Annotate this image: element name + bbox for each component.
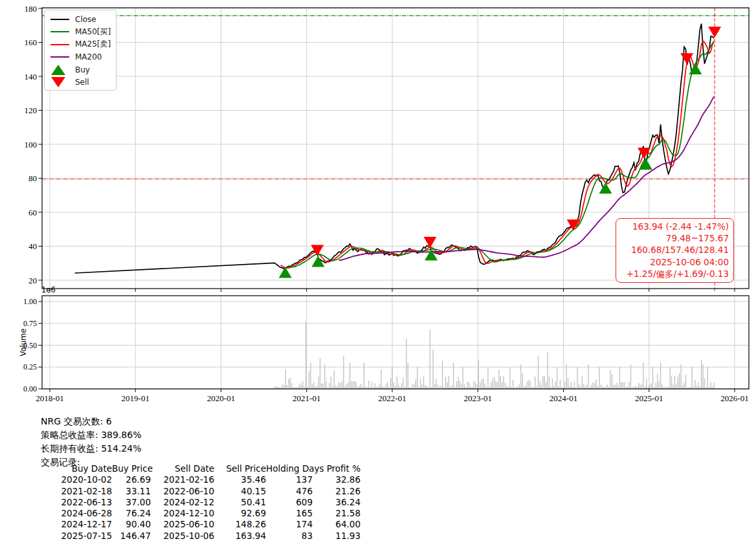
legend-item-label: MA200 [75,52,102,61]
svg-text:2023-01: 2023-01 [464,393,492,403]
table-cell: 148.26 [214,519,266,530]
table-cell: 2022-06-13 [43,497,112,508]
table-cell: 37.00 [112,497,151,508]
svg-text:140: 140 [25,72,38,82]
table-cell: 21.58 [313,508,361,519]
svg-text:120: 120 [25,105,38,115]
svg-text:2025-01: 2025-01 [635,393,663,403]
table-cell: 2021-02-16 [151,474,214,485]
table-header-row: Buy DateBuy PriceSell DateSell PriceHold… [43,463,361,474]
table-cell: 165 [266,508,313,519]
legend-line-swatch [50,44,70,45]
stat-hold-return: 长期持有收益: 514.24% [41,442,141,456]
table-row: 2022-06-1337.002024-02-1250.4160936.24 [43,497,361,508]
annotation-price-range: 79.48~175.67 [621,232,729,244]
chart-legend: CloseMA50[买]MA25[卖]MA200BuySell [44,10,117,91]
annotation-last-price: 163.94 (-2.44 -1.47%) [621,221,729,232]
gridlines [42,8,749,389]
table-row: 2024-06-2876.242024-12-1092.6916521.58 [43,508,361,519]
annotation-ma-values: 160.68/157.46/128.41 [621,244,729,256]
legend-item-3: MA25[卖] [50,38,113,51]
svg-text:100: 100 [25,140,38,149]
table-cell: 33.11 [112,486,151,497]
legend-item-2: MA50[买] [50,26,113,39]
volume-offset-label: 1e6 [41,285,56,294]
sell-triangle-icon [50,76,70,88]
table-cell: 2025-07-15 [43,531,112,542]
table-cell: 2024-12-17 [43,519,112,530]
table-cell: 2025-06-10 [151,519,214,530]
legend-item-5: Buy [50,63,113,76]
axis-ticks [39,8,735,392]
svg-text:2022-01: 2022-01 [378,393,406,403]
legend-item-6: Sell [50,76,113,89]
axis-tick-labels: 204060801001201401601800.000.250.500.751… [23,4,749,404]
table-header-cell: Buy Price [112,463,151,474]
svg-text:2019-01: 2019-01 [122,393,150,403]
sell-marker [708,27,721,38]
svg-text:2021-01: 2021-01 [293,393,320,403]
table-cell: 32.86 [313,474,361,485]
legend-item-label: MA50[买] [75,27,111,38]
annotation-signal: +1.25/偏多/+1.69/-0.13 [621,268,729,280]
legend-line-swatch [50,56,70,58]
annotation-datetime: 2025-10-06 04:00 [621,256,729,268]
legend-item-label: Close [75,15,96,24]
table-cell: 64.00 [313,519,361,530]
legend-line-swatch [50,19,70,20]
svg-text:2024-01: 2024-01 [550,393,577,403]
table-cell: 174 [266,519,313,530]
price-annotation-box: 163.94 (-2.44 -1.47%) 79.48~175.67 160.6… [616,218,734,283]
svg-text:2020-01: 2020-01 [207,393,235,403]
table-cell: 36.24 [313,497,361,508]
sell-marker [311,245,324,256]
buy-triangle-icon [50,64,70,76]
svg-text:1.00: 1.00 [23,297,37,306]
svg-text:80: 80 [28,173,37,183]
trade-records-table: Buy DateBuy PriceSell DateSell PriceHold… [43,463,361,542]
legend-item-label: MA25[卖] [75,39,111,50]
svg-text:0.00: 0.00 [23,384,37,393]
table-header-cell: Profit % [313,463,361,474]
svg-text:0.25: 0.25 [23,362,37,371]
stat-trade-count: NRG 交易次数: 6 [41,415,141,428]
svg-text:60: 60 [28,208,37,217]
table-cell: 146.47 [112,531,151,542]
table-cell: 92.69 [214,508,266,519]
legend-item-label: Buy [75,65,90,74]
table-cell: 50.41 [214,497,266,508]
volume-panel-border [42,296,749,389]
stat-strategy-return: 策略总收益率: 389.86% [41,428,141,442]
table-cell: 2020-10-02 [43,474,112,485]
table-cell: 163.94 [214,531,266,542]
table-cell: 76.24 [112,508,151,519]
table-cell: 90.40 [112,519,151,530]
table-cell: 83 [266,531,313,542]
stock-strategy-figure: 204060801001201401601800.000.250.500.751… [0,0,756,550]
table-row: 2021-02-1833.112022-06-1040.1547621.26 [43,486,361,497]
svg-text:180: 180 [25,4,38,14]
legend-item-label: Sell [75,78,89,87]
legend-line-swatch [50,31,70,32]
legend-item-1: Close [50,13,113,26]
strategy-stats: NRG 交易次数: 6 策略总收益率: 389.86% 长期持有收益: 514.… [41,415,141,469]
table-row: 2024-12-1790.402025-06-10148.2617464.00 [43,519,361,530]
table-row: 2025-07-15146.472025-10-06163.948311.93 [43,531,361,542]
table-cell: 476 [266,486,313,497]
table-cell: 11.93 [313,531,361,542]
svg-text:40: 40 [28,241,37,251]
table-cell: 2022-06-10 [151,486,214,497]
table-header-cell: Sell Price [214,463,266,474]
buy-marker [279,267,292,278]
table-cell: 2024-02-12 [151,497,214,508]
svg-text:2026-01: 2026-01 [720,393,748,403]
table-header-cell: Holding Days [266,463,313,474]
table-cell: 26.69 [112,474,151,485]
table-cell: 35.46 [214,474,266,485]
table-cell: 2024-06-28 [43,508,112,519]
table-cell: 2024-12-10 [151,508,214,519]
svg-text:2018-01: 2018-01 [36,393,63,403]
svg-text:20: 20 [28,276,37,285]
table-header-cell: Sell Date [151,463,214,474]
buy-marker [599,182,612,193]
